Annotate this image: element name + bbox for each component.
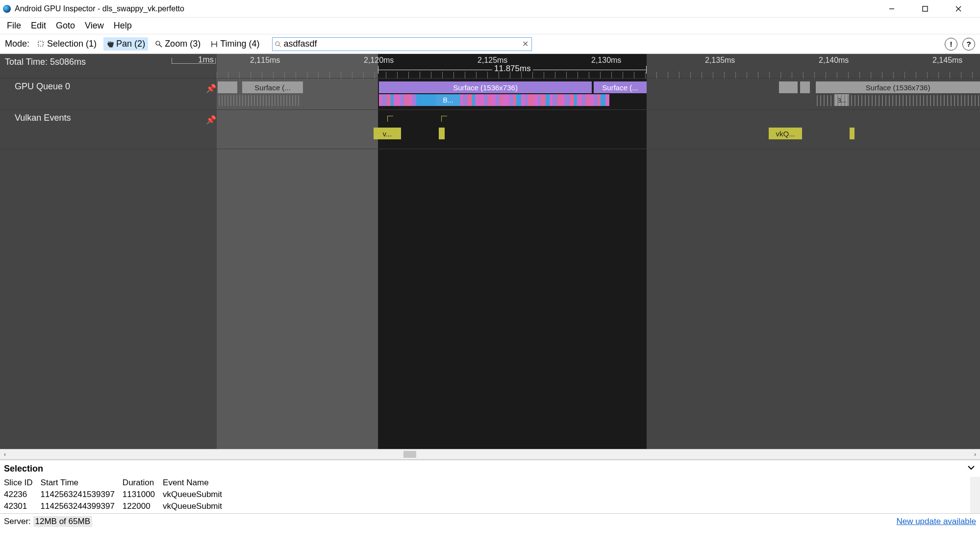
slice-gray[interactable] <box>779 81 798 93</box>
minimize-button[interactable] <box>882 3 902 15</box>
slice-surface-purple[interactable]: Surface (... <box>594 81 647 93</box>
pin-icon[interactable]: 📌 <box>206 115 216 125</box>
mode-zoom[interactable]: Zoom (3) <box>152 37 203 51</box>
slice-surface-gray[interactable]: Surface (1536x736) <box>816 81 980 93</box>
server-label: Server: <box>4 517 31 526</box>
close-button[interactable] <box>949 3 968 15</box>
vertical-scrollbar[interactable] <box>970 477 980 513</box>
slice-surface-gray[interactable] <box>218 81 237 93</box>
slice-vulkan-event[interactable] <box>850 128 854 139</box>
maximize-button[interactable] <box>915 3 935 15</box>
app-icon <box>3 5 11 13</box>
mode-selection[interactable]: Selection (1) <box>34 37 100 51</box>
mode-pan[interactable]: Pan (2) <box>103 37 148 51</box>
track-vulkan-events[interactable]: Vulkan Events 📌 v... vkQ... <box>0 110 980 149</box>
track-label: GPU Queue 0 <box>15 81 70 92</box>
horizontal-scrollbar[interactable]: ‹ › <box>0 449 980 460</box>
scroll-left-button[interactable]: ‹ <box>0 451 10 458</box>
tick-label: 2,135ms <box>705 56 735 65</box>
status-bar: Server: 12MB of 65MB New update availabl… <box>0 513 980 529</box>
selection-title: Selection <box>4 464 43 474</box>
svg-rect-4 <box>38 41 43 46</box>
arrow-icon <box>441 116 447 122</box>
pin-icon[interactable]: 📌 <box>206 83 216 94</box>
barcode-colored <box>379 94 647 106</box>
mode-label: Mode: <box>5 39 29 49</box>
info-button[interactable]: ! <box>945 38 957 51</box>
track-gpu-queue-0[interactable]: GPU Queue 0 📌 Surface (... Surface (1536… <box>0 79 980 110</box>
menu-help[interactable]: Help <box>110 19 136 33</box>
tick-label: 2,145ms <box>932 56 962 65</box>
slice-surface-purple[interactable]: Surface (1536x736) <box>379 81 592 93</box>
tick-label: 2,120ms <box>364 56 394 65</box>
svg-line-6 <box>159 45 162 47</box>
search-icon <box>273 41 283 48</box>
slice-vulkan-event[interactable] <box>439 128 445 139</box>
menu-file[interactable]: File <box>3 19 25 33</box>
tick-label: 2,115ms <box>250 56 280 65</box>
selection-table[interactable]: Slice ID Start Time Duration Event Name … <box>0 477 980 513</box>
toolbar: Mode: Selection (1) Pan (2) Zoom (3) Tim… <box>0 34 980 54</box>
slice-surface-gray[interactable]: Surface (... <box>242 81 303 93</box>
slice-vulkan-event[interactable]: vkQ... <box>769 128 802 139</box>
tick-label: 2,140ms <box>819 56 849 65</box>
scroll-thumb[interactable] <box>403 451 416 458</box>
window-title: Android GPU Inspector - dls_swappy_vk.pe… <box>15 4 184 13</box>
menu-goto[interactable]: Goto <box>52 19 79 33</box>
pan-icon <box>106 40 114 48</box>
selection-panel: Selection Slice ID Start Time Duration E… <box>0 460 980 513</box>
table-row[interactable]: 42236 1142563241539397 1131000 vkQueueSu… <box>0 489 226 500</box>
tick-label: 2,130ms <box>591 56 621 65</box>
menu-edit[interactable]: Edit <box>27 19 50 33</box>
table-header: Slice ID Start Time Duration Event Name <box>0 477 226 489</box>
slice-vulkan-event[interactable]: v... <box>374 128 401 139</box>
help-button[interactable]: ? <box>962 38 975 51</box>
slice-gray[interactable]: B... <box>834 94 849 106</box>
zoom-icon <box>155 40 163 48</box>
timing-icon <box>210 40 218 48</box>
timeline[interactable]: Total Time: 5s086ms 1ms 2,115ms 2,120ms … <box>0 54 980 449</box>
titlebar: Android GPU Inspector - dls_swappy_vk.pe… <box>0 0 980 18</box>
mode-timing[interactable]: Timing (4) <box>207 37 262 51</box>
menubar: File Edit Goto View Help <box>0 18 980 34</box>
memory-usage: 12MB of 65MB <box>33 516 92 527</box>
scroll-right-button[interactable]: › <box>970 451 980 458</box>
arrow-icon <box>387 116 393 122</box>
search-clear-button[interactable]: ✕ <box>519 39 531 49</box>
table-row[interactable]: 42301 1142563244399397 122000 vkQueueSub… <box>0 500 226 512</box>
slice-gray[interactable] <box>800 81 810 93</box>
svg-rect-1 <box>923 6 928 11</box>
svg-point-10 <box>276 42 279 46</box>
update-link[interactable]: New update available <box>896 517 976 526</box>
search-box: ✕ <box>272 37 532 51</box>
total-time-label: Total Time: 5s086ms <box>5 57 86 67</box>
track-label: Vulkan Events <box>15 113 71 123</box>
collapse-panel-button[interactable] <box>966 463 976 475</box>
time-ruler[interactable]: Total Time: 5s086ms 1ms 2,115ms 2,120ms … <box>0 54 980 79</box>
scale-label: 1ms <box>198 55 214 65</box>
svg-point-5 <box>156 41 160 45</box>
search-input[interactable] <box>283 38 519 51</box>
svg-line-11 <box>279 45 281 47</box>
selection-icon <box>37 40 45 48</box>
menu-view[interactable]: View <box>81 19 108 33</box>
